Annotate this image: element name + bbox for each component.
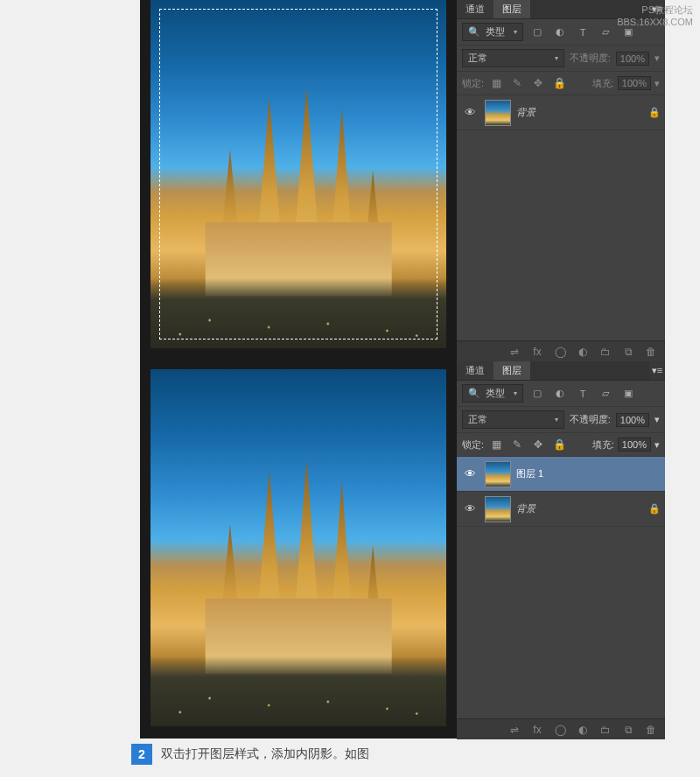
step-instruction-text: 双击打开图层样式，添加内阴影。如图	[161, 746, 369, 762]
filter-pixel-icon[interactable]: ▢	[528, 386, 546, 402]
layer-effects-icon[interactable]: fx	[527, 722, 548, 738]
lock-pixels-icon[interactable]: ▦	[487, 75, 505, 91]
lock-label: 锁定:	[462, 438, 484, 452]
layer-name[interactable]: 图层 1	[516, 467, 642, 480]
tab-layers[interactable]: 图层	[494, 0, 530, 18]
tab-channels[interactable]: 通道	[457, 0, 494, 18]
opacity-value[interactable]: 100%	[616, 413, 649, 427]
lock-position-icon[interactable]: ✥	[529, 75, 547, 91]
blend-mode-dropdown[interactable]: 正常 ▾	[462, 410, 564, 429]
blend-mode-value: 正常	[468, 413, 487, 426]
layers-panel-bottom: 通道 图层 ▾≡ 🔍 类型 ▾ ▢ ◐ T ▱ ▣ 正常	[457, 361, 665, 739]
cathedral-graphic	[195, 459, 402, 674]
chevron-down-icon: ▾	[555, 54, 558, 62]
lock-position-icon[interactable]: ✥	[529, 437, 547, 452]
lock-label: 锁定:	[462, 77, 484, 90]
group-icon[interactable]: 🗀	[595, 722, 616, 738]
layers-list: 👁 背景 🔒	[457, 95, 665, 340]
opacity-value[interactable]: 100%	[616, 52, 649, 66]
layers-list: 👁 图层 1 👁 背景 🔒	[457, 457, 665, 718]
chevron-down-icon[interactable]: ▾	[654, 439, 660, 451]
photoshop-screenshot: 通道 图层 ▾≡ 🔍 类型 ▾ ▢ ◐ T ▱ ▣ 正常	[140, 0, 665, 739]
delete-layer-icon[interactable]: 🗑	[640, 344, 662, 360]
layer-thumbnail[interactable]	[485, 100, 511, 126]
chevron-down-icon: ▾	[514, 389, 517, 397]
lock-brush-icon[interactable]: ✎	[508, 75, 526, 91]
layer-item-background[interactable]: 👁 背景 🔒	[457, 95, 665, 130]
chevron-down-icon: ▾	[555, 416, 558, 424]
watermark-line2: BBS.16XX8.COM	[617, 16, 693, 28]
fill-label: 填充:	[592, 438, 614, 452]
chevron-down-icon[interactable]: ▾	[654, 78, 660, 89]
visibility-eye-icon[interactable]: 👁	[460, 106, 480, 119]
canvas-area-bottom[interactable]	[140, 360, 457, 738]
layer-mask-icon[interactable]: ◯	[550, 344, 570, 360]
filter-type-icon[interactable]: T	[574, 386, 592, 402]
new-layer-icon[interactable]: ⧉	[618, 722, 639, 738]
opacity-label: 不透明度:	[570, 413, 611, 426]
filter-type-dropdown[interactable]: 🔍 类型 ▾	[462, 23, 523, 41]
step-number-badge: 2	[131, 744, 152, 765]
filter-type-label: 类型	[486, 387, 505, 400]
blend-mode-value: 正常	[468, 52, 487, 65]
fill-value[interactable]: 100%	[618, 76, 651, 90]
fill-label: 填充:	[592, 77, 614, 90]
visibility-eye-icon[interactable]: 👁	[460, 502, 480, 515]
watermark-line1: PS教程论坛	[617, 4, 693, 16]
canvas-area-top[interactable]	[140, 0, 457, 360]
layer-effects-icon[interactable]: fx	[527, 344, 548, 360]
adjustment-layer-icon[interactable]: ◐	[572, 344, 593, 360]
tab-layers[interactable]: 图层	[494, 361, 530, 380]
filter-shape-icon[interactable]: ▱	[597, 24, 614, 40]
link-layers-icon[interactable]: ⇌	[504, 722, 525, 738]
chevron-down-icon[interactable]: ▾	[654, 414, 660, 425]
filter-smart-icon[interactable]: ▣	[620, 386, 637, 402]
document-image-top	[150, 0, 446, 348]
chevron-down-icon: ▾	[514, 28, 517, 36]
layer-item-background[interactable]: 👁 背景 🔒	[457, 492, 665, 527]
layer-mask-icon[interactable]: ◯	[550, 722, 570, 738]
filter-type-icon[interactable]: T	[574, 24, 592, 40]
panel-menu-icon[interactable]: ▾≡	[649, 365, 665, 376]
filter-type-dropdown[interactable]: 🔍 类型 ▾	[462, 384, 523, 402]
tab-channels[interactable]: 通道	[457, 361, 494, 380]
lock-brush-icon[interactable]: ✎	[508, 437, 526, 452]
adjustment-layer-icon[interactable]: ◐	[572, 722, 593, 738]
layer-thumbnail[interactable]	[485, 496, 511, 522]
filter-adjust-icon[interactable]: ◐	[551, 386, 569, 402]
opacity-label: 不透明度:	[570, 52, 611, 65]
chevron-down-icon[interactable]: ▾	[654, 52, 660, 64]
lock-icon: 🔒	[648, 503, 662, 514]
group-icon[interactable]: 🗀	[595, 344, 616, 360]
document-image-bottom	[150, 369, 446, 726]
lock-pixels-icon[interactable]: ▦	[487, 437, 505, 452]
layer-thumbnail[interactable]	[485, 461, 511, 487]
visibility-eye-icon[interactable]: 👁	[460, 467, 480, 480]
filter-adjust-icon[interactable]: ◐	[551, 24, 569, 40]
lock-all-icon[interactable]: 🔒	[550, 75, 568, 91]
cathedral-graphic	[195, 87, 402, 296]
fill-value[interactable]: 100%	[618, 438, 651, 452]
delete-layer-icon[interactable]: 🗑	[640, 722, 662, 738]
lock-all-icon[interactable]: 🔒	[550, 437, 568, 452]
tutorial-step: 2 双击打开图层样式，添加内阴影。如图	[131, 744, 369, 765]
lock-icon: 🔒	[648, 107, 662, 118]
layer-name[interactable]: 背景	[516, 502, 642, 515]
filter-type-label: 类型	[486, 25, 505, 38]
link-layers-icon[interactable]: ⇌	[504, 344, 525, 360]
new-layer-icon[interactable]: ⧉	[618, 344, 639, 360]
layer-name[interactable]: 背景	[516, 106, 642, 119]
search-icon: 🔍	[468, 388, 480, 399]
filter-pixel-icon[interactable]: ▢	[528, 24, 546, 40]
blend-mode-dropdown[interactable]: 正常 ▾	[462, 49, 564, 67]
filter-shape-icon[interactable]: ▱	[597, 386, 614, 402]
layers-panel-top: 通道 图层 ▾≡ 🔍 类型 ▾ ▢ ◐ T ▱ ▣ 正常	[457, 0, 665, 361]
search-icon: 🔍	[468, 26, 480, 38]
layer-item-layer1[interactable]: 👁 图层 1	[457, 457, 665, 492]
